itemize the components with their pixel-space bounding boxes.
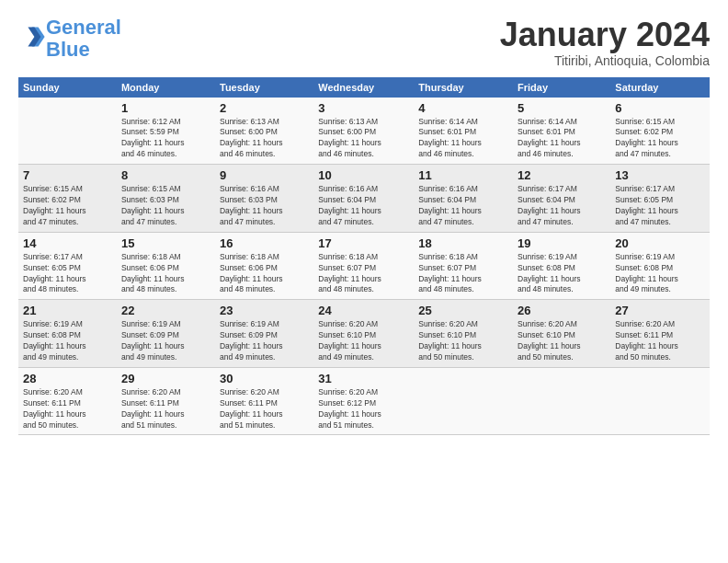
calendar-cell	[610, 367, 710, 435]
calendar-week-row: 28Sunrise: 6:20 AMSunset: 6:11 PMDayligh…	[18, 367, 710, 435]
calendar-cell: 22Sunrise: 6:19 AMSunset: 6:09 PMDayligh…	[117, 300, 215, 368]
col-header-friday: Friday	[513, 77, 610, 98]
day-info: Sunrise: 6:18 AMSunset: 6:06 PMDaylight:…	[220, 252, 309, 296]
calendar-cell: 21Sunrise: 6:19 AMSunset: 6:08 PMDayligh…	[18, 300, 117, 368]
calendar-cell: 23Sunrise: 6:19 AMSunset: 6:09 PMDayligh…	[215, 300, 313, 368]
col-header-saturday: Saturday	[610, 77, 710, 98]
day-info: Sunrise: 6:14 AMSunset: 6:01 PMDaylight:…	[418, 117, 508, 161]
calendar-week-row: 14Sunrise: 6:17 AMSunset: 6:05 PMDayligh…	[18, 232, 710, 300]
logo-icon	[20, 24, 46, 50]
day-info: Sunrise: 6:12 AMSunset: 5:59 PMDaylight:…	[121, 117, 210, 161]
calendar-cell: 28Sunrise: 6:20 AMSunset: 6:11 PMDayligh…	[18, 367, 117, 435]
day-info: Sunrise: 6:17 AMSunset: 6:05 PMDaylight:…	[23, 252, 112, 296]
calendar-cell: 12Sunrise: 6:17 AMSunset: 6:04 PMDayligh…	[513, 165, 610, 233]
day-info: Sunrise: 6:19 AMSunset: 6:08 PMDaylight:…	[615, 252, 705, 296]
day-info: Sunrise: 6:16 AMSunset: 6:04 PMDaylight:…	[418, 184, 508, 228]
day-number: 12	[518, 168, 606, 182]
day-number: 23	[220, 304, 309, 317]
day-info: Sunrise: 6:16 AMSunset: 6:04 PMDaylight:…	[318, 184, 409, 228]
calendar-cell: 7Sunrise: 6:15 AMSunset: 6:02 PMDaylight…	[18, 165, 117, 233]
calendar-cell: 24Sunrise: 6:20 AMSunset: 6:10 PMDayligh…	[313, 300, 414, 368]
calendar-cell: 1Sunrise: 6:12 AMSunset: 5:59 PMDaylight…	[117, 98, 215, 165]
day-number: 22	[121, 304, 210, 317]
day-info: Sunrise: 6:20 AMSunset: 6:10 PMDaylight:…	[418, 319, 508, 363]
col-header-sunday: Sunday	[18, 77, 117, 98]
col-header-wednesday: Wednesday	[313, 77, 414, 98]
calendar-week-row: 7Sunrise: 6:15 AMSunset: 6:02 PMDaylight…	[18, 165, 710, 233]
day-number: 29	[121, 372, 210, 385]
calendar-cell: 30Sunrise: 6:20 AMSunset: 6:11 PMDayligh…	[215, 367, 313, 435]
day-number: 28	[23, 372, 112, 385]
day-info: Sunrise: 6:15 AMSunset: 6:02 PMDaylight:…	[615, 117, 705, 161]
day-number: 11	[418, 168, 508, 182]
calendar-cell	[18, 98, 117, 165]
calendar-cell: 16Sunrise: 6:18 AMSunset: 6:06 PMDayligh…	[215, 232, 313, 300]
day-number: 19	[518, 236, 606, 250]
day-info: Sunrise: 6:19 AMSunset: 6:09 PMDaylight:…	[121, 319, 210, 363]
calendar-cell: 14Sunrise: 6:17 AMSunset: 6:05 PMDayligh…	[18, 232, 117, 300]
calendar-cell: 26Sunrise: 6:20 AMSunset: 6:10 PMDayligh…	[513, 300, 610, 368]
day-number: 14	[23, 236, 112, 250]
day-info: Sunrise: 6:20 AMSunset: 6:11 PMDaylight:…	[615, 319, 705, 363]
day-number: 9	[220, 168, 309, 182]
day-info: Sunrise: 6:20 AMSunset: 6:10 PMDaylight:…	[318, 319, 409, 363]
day-number: 8	[121, 168, 210, 182]
calendar-cell: 9Sunrise: 6:16 AMSunset: 6:03 PMDaylight…	[215, 165, 313, 233]
col-header-monday: Monday	[117, 77, 215, 98]
day-number: 15	[121, 236, 210, 250]
header: General Blue January 2024 Titiribi, Anti…	[18, 17, 710, 68]
calendar-table: SundayMondayTuesdayWednesdayThursdayFrid…	[18, 77, 710, 436]
calendar-cell: 31Sunrise: 6:20 AMSunset: 6:12 PMDayligh…	[313, 367, 414, 435]
calendar-cell: 19Sunrise: 6:19 AMSunset: 6:08 PMDayligh…	[513, 232, 610, 300]
col-header-thursday: Thursday	[414, 77, 513, 98]
day-number: 20	[615, 236, 705, 250]
location-subtitle: Titiribi, Antioquia, Colombia	[500, 53, 710, 68]
day-number: 25	[418, 304, 508, 317]
day-number: 7	[23, 168, 112, 182]
day-info: Sunrise: 6:17 AMSunset: 6:05 PMDaylight:…	[615, 184, 705, 228]
calendar-cell: 18Sunrise: 6:18 AMSunset: 6:07 PMDayligh…	[414, 232, 513, 300]
month-title: January 2024	[500, 17, 710, 53]
day-info: Sunrise: 6:19 AMSunset: 6:09 PMDaylight:…	[220, 319, 309, 363]
calendar-cell: 4Sunrise: 6:14 AMSunset: 6:01 PMDaylight…	[414, 98, 513, 165]
day-number: 24	[318, 304, 409, 317]
day-info: Sunrise: 6:19 AMSunset: 6:08 PMDaylight:…	[518, 252, 606, 296]
day-info: Sunrise: 6:20 AMSunset: 6:11 PMDaylight:…	[23, 387, 112, 431]
day-info: Sunrise: 6:13 AMSunset: 6:00 PMDaylight:…	[220, 117, 309, 161]
day-info: Sunrise: 6:20 AMSunset: 6:12 PMDaylight:…	[318, 387, 409, 431]
calendar-cell: 11Sunrise: 6:16 AMSunset: 6:04 PMDayligh…	[414, 165, 513, 233]
day-number: 27	[615, 304, 705, 317]
calendar-cell: 6Sunrise: 6:15 AMSunset: 6:02 PMDaylight…	[610, 98, 710, 165]
calendar-cell	[513, 367, 610, 435]
calendar-cell: 3Sunrise: 6:13 AMSunset: 6:00 PMDaylight…	[313, 98, 414, 165]
day-info: Sunrise: 6:17 AMSunset: 6:04 PMDaylight:…	[518, 184, 606, 228]
logo: General Blue	[18, 17, 121, 61]
day-number: 17	[318, 236, 409, 250]
day-number: 2	[220, 101, 309, 115]
day-info: Sunrise: 6:20 AMSunset: 6:10 PMDaylight:…	[518, 319, 606, 363]
day-info: Sunrise: 6:15 AMSunset: 6:03 PMDaylight:…	[121, 184, 210, 228]
col-header-tuesday: Tuesday	[215, 77, 313, 98]
logo-line1: General	[46, 16, 121, 39]
calendar-week-row: 1Sunrise: 6:12 AMSunset: 5:59 PMDaylight…	[18, 98, 710, 165]
day-number: 13	[615, 168, 705, 182]
calendar-cell: 5Sunrise: 6:14 AMSunset: 6:01 PMDaylight…	[513, 98, 610, 165]
calendar-cell: 8Sunrise: 6:15 AMSunset: 6:03 PMDaylight…	[117, 165, 215, 233]
day-number: 4	[418, 101, 508, 115]
day-info: Sunrise: 6:14 AMSunset: 6:01 PMDaylight:…	[518, 117, 606, 161]
day-number: 31	[318, 372, 409, 385]
day-info: Sunrise: 6:18 AMSunset: 6:07 PMDaylight:…	[418, 252, 508, 296]
page: General Blue January 2024 Titiribi, Anti…	[0, 0, 728, 563]
day-info: Sunrise: 6:20 AMSunset: 6:11 PMDaylight:…	[220, 387, 309, 431]
day-number: 5	[518, 101, 606, 115]
calendar-cell: 2Sunrise: 6:13 AMSunset: 6:00 PMDaylight…	[215, 98, 313, 165]
title-block: January 2024 Titiribi, Antioquia, Colomb…	[500, 17, 710, 68]
calendar-cell: 20Sunrise: 6:19 AMSunset: 6:08 PMDayligh…	[610, 232, 710, 300]
day-info: Sunrise: 6:20 AMSunset: 6:11 PMDaylight:…	[121, 387, 210, 431]
logo-line2: Blue	[46, 38, 90, 61]
day-number: 3	[318, 101, 409, 115]
day-number: 16	[220, 236, 309, 250]
day-number: 18	[418, 236, 508, 250]
day-number: 10	[318, 168, 409, 182]
calendar-week-row: 21Sunrise: 6:19 AMSunset: 6:08 PMDayligh…	[18, 300, 710, 368]
